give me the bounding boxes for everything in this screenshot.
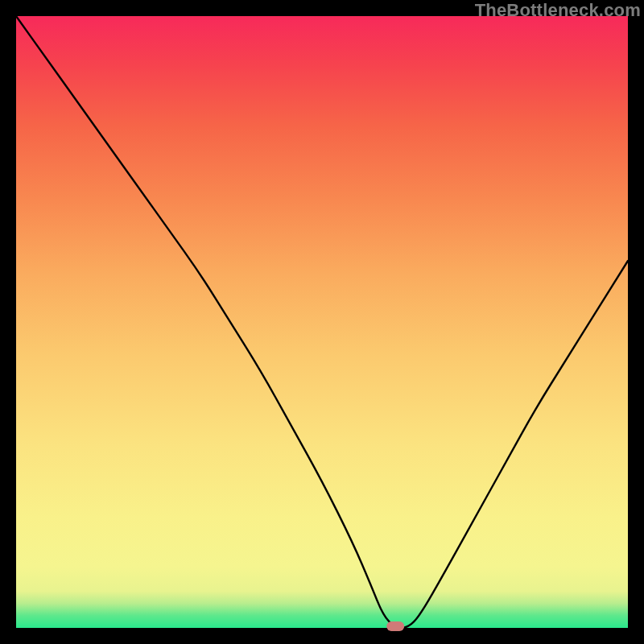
optimal-point-marker [386,621,404,631]
bottleneck-curve [16,16,628,628]
chart-frame: TheBottleneck.com [0,0,644,644]
plot-area [16,16,628,628]
chart-svg [16,16,628,628]
